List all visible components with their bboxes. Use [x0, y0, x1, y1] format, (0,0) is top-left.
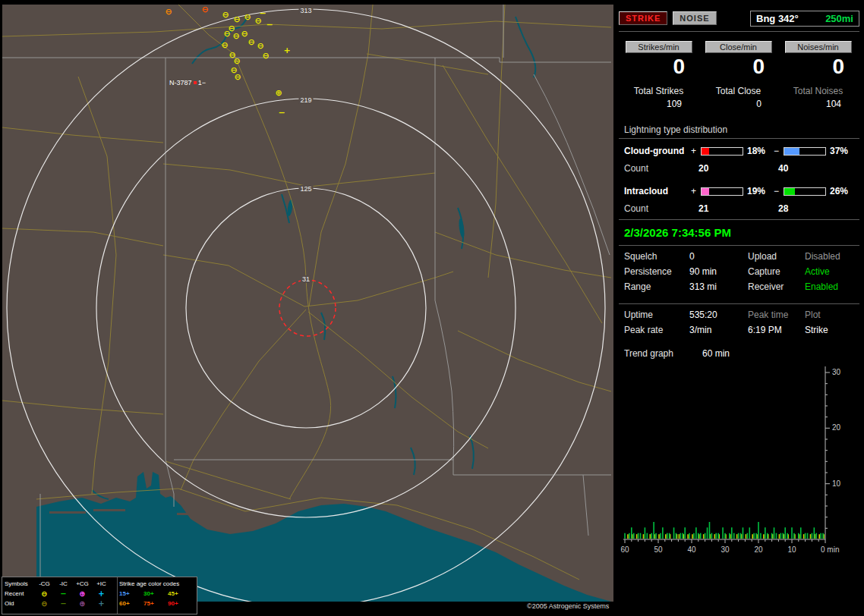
strike-symbol: + [283, 46, 290, 55]
legend-old-label: Old [5, 600, 35, 607]
legend-col-header: +IC [92, 580, 111, 587]
cg-plus-bar [701, 147, 743, 156]
station-marker-icon [194, 81, 197, 84]
svg-text:60: 60 [620, 545, 629, 554]
cg-plus-pct: 18% [746, 146, 774, 156]
station-label: N-3787 1− [169, 79, 206, 86]
status-panel: STRIKE NOISE Bng 342° 250mi Strikes/min … [619, 8, 859, 611]
plus-sign: + [691, 186, 701, 196]
squelch-value: 0 [689, 249, 748, 264]
station-suffix: 1− [198, 79, 206, 86]
legend-old-symbols: ⊖−⊕+ [35, 600, 111, 608]
legend-age-header: Strike age color codes [119, 579, 197, 589]
range-ring-label: 219 [298, 96, 313, 104]
totals-values-row: 109 0 104 [619, 99, 859, 109]
cg-plus-fill [702, 148, 709, 155]
total-strikes-value: 109 [619, 99, 698, 109]
upload-status: Disabled [805, 249, 859, 264]
svg-text:40: 40 [687, 545, 696, 554]
receiver-label: Receiver [748, 279, 805, 294]
age-code: 60+ [119, 600, 143, 607]
age-code: 45+ [168, 590, 192, 597]
strike-symbol: ⊖ [222, 11, 229, 19]
map-legend: Symbols -CG-IC+CG+IC Recent ⊖−⊕+ Old ⊖−⊕… [2, 577, 197, 614]
minus-sign: − [774, 146, 784, 156]
close-per-min-button[interactable]: Close/min [705, 41, 772, 53]
cg-count-row: Count 20 40 [624, 163, 859, 174]
strike-symbol: ⊖ [248, 38, 254, 46]
count-label: Count [624, 163, 698, 174]
strikes-per-min-button[interactable]: Strikes/min [626, 41, 692, 53]
trend-window-value: 60 min [702, 348, 859, 359]
strike-indicator-button[interactable]: STRIKE [619, 11, 667, 25]
strike-symbol: − [278, 108, 285, 117]
noises-per-min-button[interactable]: Noises/min [785, 41, 852, 53]
noise-indicator-button[interactable]: NOISE [673, 11, 716, 25]
ic-count-row: Count 21 28 [624, 203, 859, 215]
legend-symbol: − [54, 590, 73, 598]
range-setting-value: 313 mi [689, 279, 748, 294]
legend-symbol: ⊖ [35, 600, 54, 608]
age-code: 75+ [143, 600, 168, 607]
nexstorm-app: { "map": { "ring_labels": ["313", "219",… [0, 0, 864, 616]
noises-per-min-value: 0 [778, 55, 858, 78]
divider [619, 303, 859, 304]
totals-labels-row: Total Strikes Total Close Total Noises [619, 86, 859, 96]
strike-symbol: ⊖ [234, 73, 241, 81]
divider [619, 245, 859, 246]
ic-minus-fill [784, 188, 795, 195]
ic-plus-count: 21 [698, 203, 778, 215]
legend-symbol: − [54, 600, 73, 608]
range-ring-label: 125 [298, 185, 313, 193]
strike-symbol: ⊖ [233, 57, 240, 65]
legend-column-headers: -CG-IC+CG+IC [35, 580, 111, 587]
legend-col-header: +CG [73, 580, 92, 587]
strike-symbol: − [266, 20, 273, 29]
rate-buttons-row: Strikes/min Close/min Noises/min [619, 41, 859, 53]
plot-label: Plot [805, 307, 859, 322]
strike-symbol: ⊖ [201, 5, 208, 14]
strike-symbol: ⊖ [257, 42, 263, 50]
legend-symbol: + [92, 590, 111, 598]
capture-status: Active [805, 264, 859, 279]
svg-text:0 min: 0 min [821, 545, 839, 554]
capture-label: Capture [748, 264, 805, 279]
svg-text:30: 30 [721, 545, 730, 554]
cg-minus-fill [784, 148, 799, 155]
lightning-map[interactable]: 313 219 125 31 ⊖⊖⊖⊖⊖⊖−−⊖⊖⊖⊖⊖⊖⊖+⊖⊖⊖⊖⊖⊕− N… [2, 5, 613, 602]
range-ring-label: 31 [301, 275, 311, 283]
age-code: 90+ [168, 600, 192, 607]
minus-sign: − [774, 186, 784, 196]
legend-recent-symbols: ⊖−⊕+ [35, 590, 111, 598]
cg-minus-bar [784, 147, 826, 156]
cg-plus-count: 20 [698, 163, 778, 174]
strike-symbol: ⊖ [262, 52, 269, 60]
range-label: Range [624, 279, 689, 294]
legend-symbol: ⊖ [35, 590, 54, 598]
legend-age-row-2: 60+75+90+ [119, 599, 197, 608]
ic-plus-bar [701, 187, 743, 196]
persistence-value: 90 min [689, 264, 748, 279]
trend-graph: 3020106050403020100 min [619, 363, 859, 561]
age-code: 30+ [143, 590, 168, 597]
peak-time-label: Peak time [748, 307, 805, 322]
svg-text:10: 10 [787, 545, 796, 554]
strike-symbol: ⊖ [221, 41, 228, 49]
plot-value: Strike [805, 322, 859, 338]
svg-text:50: 50 [654, 545, 663, 554]
bearing-value: Bng 342° [756, 13, 799, 24]
strike-symbol: ⊖ [223, 30, 230, 38]
strike-symbol: ⊖ [232, 32, 239, 40]
legend-symbols-header: Symbols [5, 580, 35, 587]
divider [619, 31, 859, 32]
intracloud-label: Intracloud [624, 186, 691, 196]
range-ring-label: 313 [298, 7, 313, 14]
legend-recent-label: Recent [5, 590, 35, 597]
rate-values-row: 0 0 0 [619, 55, 859, 78]
receiver-status: Enabled [805, 279, 859, 294]
close-per-min-value: 0 [698, 55, 778, 78]
strike-symbol: ⊖ [233, 15, 240, 24]
persistence-label: Persistence [624, 264, 689, 279]
range-value: 250mi [825, 13, 853, 24]
settings-grid: Squelch 0 Upload Disabled Persistence 90… [624, 249, 859, 294]
